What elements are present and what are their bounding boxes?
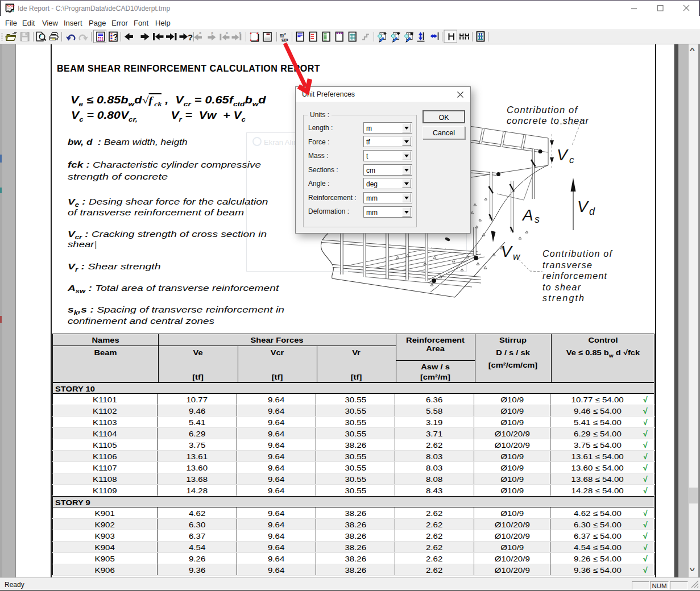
svg-text:w: w — [513, 251, 521, 262]
svg-text:V: V — [557, 146, 569, 164]
svg-text:V: V — [501, 243, 513, 260]
svg-text:x: x — [199, 30, 202, 35]
svg-text:to shear: to shear — [542, 282, 581, 292]
svg-text:DOC: DOC — [7, 5, 15, 8]
svg-text:?: ? — [113, 32, 118, 41]
svg-text:Contribution of: Contribution of — [542, 249, 613, 259]
svg-text:V: V — [577, 198, 589, 215]
svg-text:strength: strength — [542, 293, 584, 303]
svg-text:?: ? — [188, 32, 193, 42]
svg-text:A: A — [521, 206, 533, 224]
svg-text:transverse: transverse — [542, 260, 592, 270]
svg-text:Contribution of: Contribution of — [507, 105, 578, 115]
svg-text:c: c — [569, 155, 574, 165]
svg-text:x: x — [226, 30, 229, 35]
svg-text:s: s — [535, 214, 540, 225]
svg-text:d: d — [589, 206, 595, 217]
svg-text:concrete to shear: concrete to shear — [507, 115, 590, 126]
svg-text:x: x — [211, 30, 214, 35]
svg-text:reinforcement: reinforcement — [542, 271, 607, 281]
